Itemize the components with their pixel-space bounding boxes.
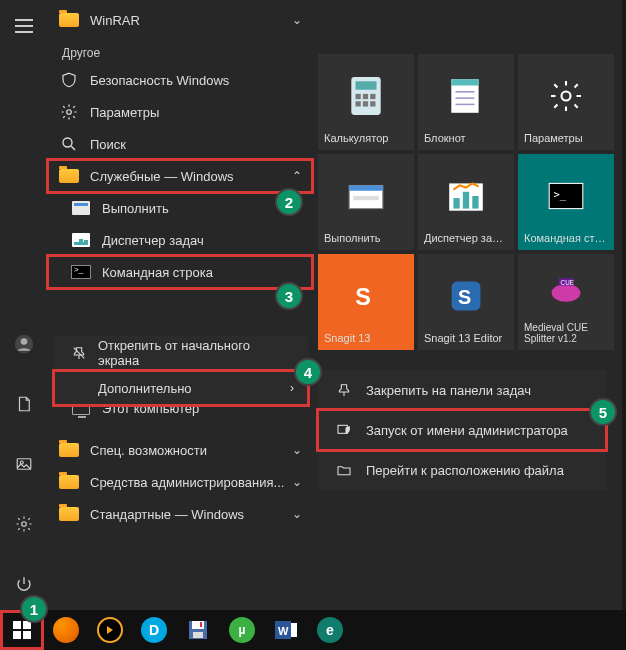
folder-open-icon <box>332 462 356 478</box>
svg-rect-10 <box>363 94 368 99</box>
svg-rect-25 <box>453 198 459 209</box>
tiles-grid: Калькулятор Блокнот Параметры Выполнить … <box>312 0 622 610</box>
ctx-more[interactable]: Дополнительно › <box>54 371 308 405</box>
context-menu-1: Открепить от начального экрана Дополните… <box>54 336 308 405</box>
windows-logo-icon <box>13 621 31 639</box>
settings-icon[interactable] <box>0 504 48 544</box>
svg-point-5 <box>67 110 72 115</box>
svg-point-4 <box>22 522 27 527</box>
tile-calculator[interactable]: Калькулятор <box>318 54 414 150</box>
svg-point-6 <box>63 138 72 147</box>
run-icon <box>70 197 92 219</box>
svg-point-34 <box>552 284 581 302</box>
tile-label: Параметры <box>524 132 608 144</box>
list-item-run[interactable]: Выполнить <box>48 192 312 224</box>
user-avatar-icon[interactable] <box>0 324 48 364</box>
pictures-icon[interactable] <box>0 444 48 484</box>
svg-text:CUE: CUE <box>561 279 574 286</box>
svg-rect-9 <box>356 94 361 99</box>
tile-settings[interactable]: Параметры <box>518 54 614 150</box>
tile-run[interactable]: Выполнить <box>318 154 414 250</box>
unpin-icon <box>68 345 90 361</box>
list-item-search[interactable]: Поиск <box>48 128 312 160</box>
tile-snagit-editor[interactable]: S Snagit 13 Editor <box>418 254 514 350</box>
taskbar-utorrent[interactable]: µ <box>222 612 262 648</box>
tile-cmd[interactable]: >_ Командная строка <box>518 154 614 250</box>
tile-snagit[interactable]: S Snagit 13 <box>318 254 414 350</box>
tile-label: Medieval CUE Splitter v1.2 <box>524 322 608 344</box>
chevron-down-icon: ⌄ <box>292 507 302 521</box>
ctx-run-admin[interactable]: Запуск от имени администратора <box>318 410 606 450</box>
svg-rect-13 <box>363 101 368 106</box>
taskbar: D µ W e <box>0 610 626 650</box>
step-badge-4: 4 <box>294 358 322 386</box>
list-item-label: Поиск <box>90 137 302 152</box>
svg-rect-14 <box>370 101 375 106</box>
hamburger-icon[interactable] <box>0 6 48 46</box>
documents-icon[interactable] <box>0 384 48 424</box>
ctx-item-label: Дополнительно <box>98 381 290 396</box>
tile-notepad[interactable]: Блокнот <box>418 54 514 150</box>
tile-cue-splitter[interactable]: CUE Medieval CUE Splitter v1.2 <box>518 254 614 350</box>
list-item-label: Служебные — Windows <box>90 169 292 184</box>
list-item-security[interactable]: Безопасность Windows <box>48 64 312 96</box>
svg-text:>_: >_ <box>553 188 566 201</box>
folder-icon <box>58 471 80 493</box>
svg-text:S: S <box>458 286 471 308</box>
svg-rect-27 <box>472 196 478 209</box>
list-item-admin-tools-folder[interactable]: Средства администрирования... ⌄ <box>48 466 312 498</box>
left-icon-bar <box>0 0 48 610</box>
svg-rect-8 <box>356 81 377 89</box>
svg-point-1 <box>21 338 28 345</box>
ctx-unpin-start[interactable]: Открепить от начального экрана <box>54 336 308 370</box>
context-menu-2: Закрепить на панели задач Запуск от имен… <box>318 370 606 490</box>
chevron-down-icon: ⌄ <box>292 475 302 489</box>
svg-rect-47 <box>291 623 297 637</box>
svg-rect-42 <box>192 621 204 629</box>
list-item-settings[interactable]: Параметры <box>48 96 312 128</box>
taskbar-word[interactable]: W <box>266 612 306 648</box>
list-item-label: Средства администрирования... <box>90 475 292 490</box>
svg-rect-26 <box>463 192 469 209</box>
list-item-standard[interactable]: Стандартные — Windows ⌄ <box>48 498 312 530</box>
step-badge-1: 1 <box>20 595 48 623</box>
ctx-item-label: Запуск от имени администратора <box>366 423 568 438</box>
folder-icon <box>58 439 80 461</box>
list-item-label: Командная строка <box>102 265 302 280</box>
tile-taskmgr[interactable]: Диспетчер задач <box>418 154 514 250</box>
step-badge-2: 2 <box>275 188 303 216</box>
tile-label: Командная строка <box>524 232 608 244</box>
list-item-label: Безопасность Windows <box>90 73 302 88</box>
list-item-label: Выполнить <box>102 201 302 216</box>
ctx-open-location[interactable]: Перейти к расположению файла <box>318 450 606 490</box>
ctx-pin-taskbar[interactable]: Закрепить на панели задач <box>318 370 606 410</box>
folder-icon <box>58 9 80 31</box>
shield-icon <box>58 69 80 91</box>
ctx-item-label: Перейти к расположению файла <box>366 463 564 478</box>
list-item-label: Диспетчер задач <box>102 233 302 248</box>
svg-point-20 <box>562 92 571 101</box>
step-badge-3: 3 <box>275 282 303 310</box>
list-item-accessibility[interactable]: Спец. возможности ⌄ <box>48 434 312 466</box>
list-item-cmd[interactable]: Командная строка <box>48 256 312 288</box>
taskbar-aimp[interactable] <box>90 612 130 648</box>
taskbar-firefox[interactable] <box>46 612 86 648</box>
search-icon <box>58 133 80 155</box>
tile-label: Диспетчер задач <box>424 232 508 244</box>
ctx-item-label: Открепить от начального экрана <box>98 338 294 368</box>
taskbar-edge[interactable]: e <box>310 612 350 648</box>
list-item-system-tools[interactable]: Служебные — Windows ⌃ <box>48 160 312 192</box>
svg-rect-23 <box>353 196 378 200</box>
tile-label: Snagit 13 <box>324 332 408 344</box>
list-item-taskmgr[interactable]: Диспетчер задач <box>48 224 312 256</box>
list-item-label: WinRAR <box>90 13 292 28</box>
section-label: Другое <box>48 36 312 64</box>
step-badge-5: 5 <box>589 398 617 426</box>
list-item-winrar[interactable]: WinRAR ⌄ <box>48 4 312 36</box>
admin-shield-icon <box>332 422 356 438</box>
folder-icon <box>58 503 80 525</box>
taskbar-player[interactable]: D <box>134 612 174 648</box>
chevron-up-icon: ⌃ <box>292 169 302 183</box>
taskbar-save[interactable] <box>178 612 218 648</box>
app-list: WinRAR ⌄ Другое Безопасность Windows Пар… <box>48 0 312 610</box>
